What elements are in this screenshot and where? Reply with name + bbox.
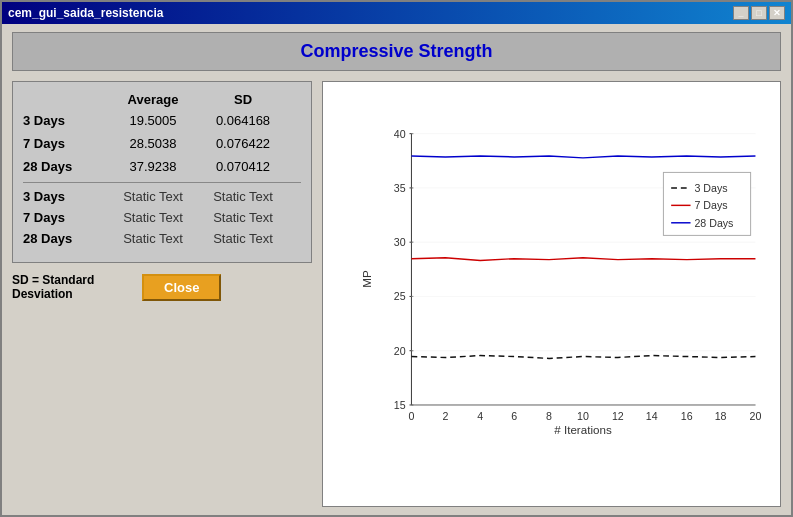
static-val1-3days: Static Text bbox=[103, 189, 203, 204]
line-28days bbox=[411, 156, 755, 158]
minimize-button[interactable]: _ bbox=[733, 6, 749, 20]
bottom-area: SD = Standard Desviation Close bbox=[12, 273, 312, 301]
table-row-3days: 3 Days 19.5005 0.064168 bbox=[23, 113, 301, 128]
title-bar: cem_gui_saida_resistencia _ □ ✕ bbox=[2, 2, 791, 24]
svg-text:25: 25 bbox=[394, 290, 406, 302]
table-row-7days: 7 Days 28.5038 0.076422 bbox=[23, 136, 301, 151]
svg-text:15: 15 bbox=[394, 399, 406, 411]
window-title: cem_gui_saida_resistencia bbox=[8, 6, 163, 20]
title-bar-buttons: _ □ ✕ bbox=[733, 6, 785, 20]
svg-text:2: 2 bbox=[442, 410, 448, 422]
sd-note: SD = Standard Desviation bbox=[12, 273, 132, 301]
y-axis-label: MP bbox=[363, 270, 373, 288]
row-sd-3days: 0.064168 bbox=[203, 113, 283, 128]
row-label-7days: 7 Days bbox=[23, 136, 103, 151]
col-avg-header: Average bbox=[103, 92, 203, 107]
row-sd-28days: 0.070412 bbox=[203, 159, 283, 174]
legend-28days: 28 Days bbox=[694, 217, 733, 229]
static-val1-28days: Static Text bbox=[103, 231, 203, 246]
row-label-3days: 3 Days bbox=[23, 113, 103, 128]
legend-7days: 7 Days bbox=[694, 199, 727, 211]
table-row-28days: 28 Days 37.9238 0.070412 bbox=[23, 159, 301, 174]
chart-svg: MP 15 20 25 3 bbox=[363, 92, 770, 466]
svg-text:8: 8 bbox=[546, 410, 552, 422]
static-val1-7days: Static Text bbox=[103, 210, 203, 225]
static-label-3days: 3 Days bbox=[23, 189, 103, 204]
legend-3days: 3 Days bbox=[694, 182, 727, 194]
main-window: cem_gui_saida_resistencia _ □ ✕ Compress… bbox=[0, 0, 793, 517]
line-3days bbox=[411, 356, 755, 359]
static-label-7days: 7 Days bbox=[23, 210, 103, 225]
svg-text:35: 35 bbox=[394, 182, 406, 194]
svg-text:10: 10 bbox=[577, 410, 589, 422]
table-header-row: Average SD bbox=[23, 92, 301, 107]
col-sd-header: SD bbox=[203, 92, 283, 107]
divider bbox=[23, 182, 301, 183]
static-val2-28days: Static Text bbox=[203, 231, 283, 246]
static-val2-3days: Static Text bbox=[203, 189, 283, 204]
static-row-28days: 28 Days Static Text Static Text bbox=[23, 231, 301, 246]
row-avg-28days: 37.9238 bbox=[103, 159, 203, 174]
chart-area: MP 15 20 25 3 bbox=[322, 81, 781, 507]
svg-text:20: 20 bbox=[394, 345, 406, 357]
svg-text:20: 20 bbox=[750, 410, 762, 422]
title-bar-area: Compressive Strength bbox=[12, 32, 781, 71]
svg-text:18: 18 bbox=[715, 410, 727, 422]
row-label-28days: 28 Days bbox=[23, 159, 103, 174]
close-window-button[interactable]: ✕ bbox=[769, 6, 785, 20]
left-panel: Average SD 3 Days 19.5005 0.064168 7 Day… bbox=[12, 81, 312, 507]
svg-text:12: 12 bbox=[612, 410, 624, 422]
svg-text:0: 0 bbox=[408, 410, 414, 422]
svg-text:4: 4 bbox=[477, 410, 483, 422]
static-row-3days: 3 Days Static Text Static Text bbox=[23, 189, 301, 204]
maximize-button[interactable]: □ bbox=[751, 6, 767, 20]
col-label-empty bbox=[23, 92, 103, 107]
static-val2-7days: Static Text bbox=[203, 210, 283, 225]
page-title: Compressive Strength bbox=[300, 41, 492, 61]
close-button[interactable]: Close bbox=[142, 274, 221, 301]
data-table: Average SD 3 Days 19.5005 0.064168 7 Day… bbox=[12, 81, 312, 263]
static-label-28days: 28 Days bbox=[23, 231, 103, 246]
row-sd-7days: 0.076422 bbox=[203, 136, 283, 151]
static-row-7days: 7 Days Static Text Static Text bbox=[23, 210, 301, 225]
svg-text:16: 16 bbox=[681, 410, 693, 422]
svg-text:30: 30 bbox=[394, 236, 406, 248]
x-axis-label: # Iterations bbox=[554, 423, 612, 436]
content-area: Compressive Strength Average SD 3 Days 1… bbox=[2, 24, 791, 515]
svg-text:14: 14 bbox=[646, 410, 658, 422]
svg-text:6: 6 bbox=[511, 410, 517, 422]
svg-text:40: 40 bbox=[394, 128, 406, 140]
main-area: Average SD 3 Days 19.5005 0.064168 7 Day… bbox=[12, 81, 781, 507]
line-7days bbox=[411, 258, 755, 261]
row-avg-3days: 19.5005 bbox=[103, 113, 203, 128]
row-avg-7days: 28.5038 bbox=[103, 136, 203, 151]
